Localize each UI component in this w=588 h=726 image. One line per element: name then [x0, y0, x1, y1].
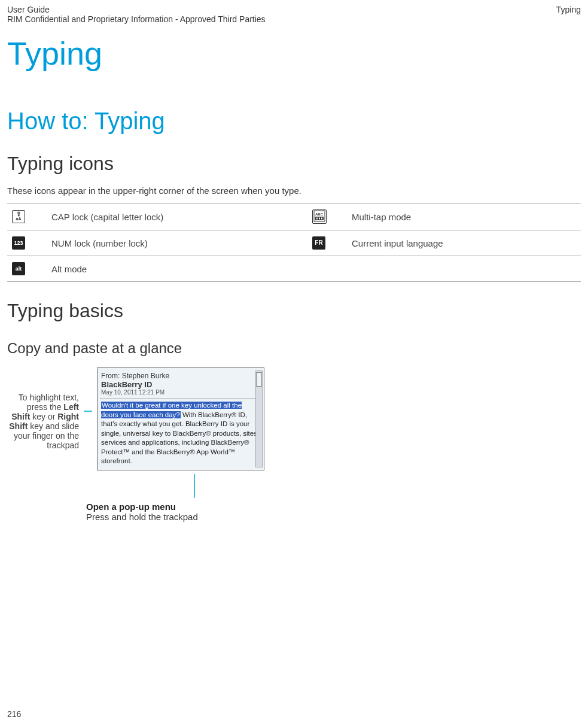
email-body: Wouldn't it be great if one key unlocked… — [100, 399, 261, 467]
phone-screenshot: From: Stephen Burke BlackBerry ID May 10… — [97, 367, 264, 470]
popup-menu-sub: Press and hold the trackpad — [86, 512, 581, 522]
connector-line — [84, 411, 92, 412]
callout-popup: Open a pop-up menu Press and hold the tr… — [86, 474, 581, 522]
callout-highlight-text: To highlight text, press the Left Shift … — [7, 367, 79, 450]
email-date: May 10, 2011 12:21 PM — [100, 389, 261, 399]
header-right: Typing — [556, 5, 581, 24]
caplock-icon — [12, 210, 25, 223]
alt-icon — [12, 262, 25, 275]
svg-text:ABC: ABC — [315, 212, 324, 216]
popup-menu-title: Open a pop-up menu — [86, 502, 581, 512]
numlock-icon — [12, 236, 25, 250]
svg-rect-4 — [319, 218, 320, 220]
header-left-line1: User Guide — [7, 5, 266, 14]
email-body-rest: With BlackBerry® ID, that's exactly what… — [101, 411, 259, 465]
numlock-icon-cell — [7, 230, 47, 256]
icons-intro: These icons appear in the upper-right co… — [7, 186, 581, 196]
header-left: User Guide RIM Confidential and Propriet… — [7, 5, 266, 24]
scrollbar-thumb — [256, 372, 262, 387]
page-title: Typing — [7, 35, 581, 72]
multitap-label: Multi-tap mode — [347, 203, 581, 230]
table-row: Alt mode — [7, 256, 581, 282]
caplock-label: CAP lock (capital letter lock) — [47, 203, 307, 230]
alt-label: Alt mode — [47, 256, 307, 282]
caplock-icon-cell — [7, 203, 47, 230]
svg-rect-3 — [316, 218, 318, 220]
page-header: User Guide RIM Confidential and Propriet… — [7, 5, 581, 24]
copy-paste-figure: To highlight text, press the Left Shift … — [7, 367, 581, 470]
scrollbar — [255, 370, 263, 467]
page: User Guide RIM Confidential and Propriet… — [0, 0, 588, 726]
multitap-icon-cell: ABC — [307, 203, 347, 230]
page-number: 216 — [7, 709, 21, 719]
email-subject: BlackBerry ID — [100, 380, 261, 389]
lang-label: Current input language — [347, 230, 581, 256]
copy-paste-heading: Copy and paste at a glance — [7, 340, 581, 357]
alt-icon-cell — [7, 256, 47, 282]
subsection-icons-heading: Typing icons — [7, 153, 581, 175]
connector-line-vertical — [194, 474, 195, 498]
icons-table: CAP lock (capital letter lock) ABC Multi… — [7, 203, 581, 282]
multitap-icon: ABC — [312, 209, 327, 224]
table-row: NUM lock (number lock) Current input lan… — [7, 230, 581, 256]
numlock-label: NUM lock (number lock) — [47, 230, 307, 256]
section-howto-heading: How to: Typing — [7, 108, 581, 135]
svg-rect-5 — [321, 218, 322, 220]
email-from: From: Stephen Burke — [100, 370, 261, 380]
lang-icon-cell — [307, 230, 347, 256]
language-icon — [312, 236, 325, 250]
subsection-basics-heading: Typing basics — [7, 300, 581, 322]
table-row: CAP lock (capital letter lock) ABC Multi… — [7, 203, 581, 230]
header-left-line2: RIM Confidential and Proprietary Informa… — [7, 14, 266, 24]
